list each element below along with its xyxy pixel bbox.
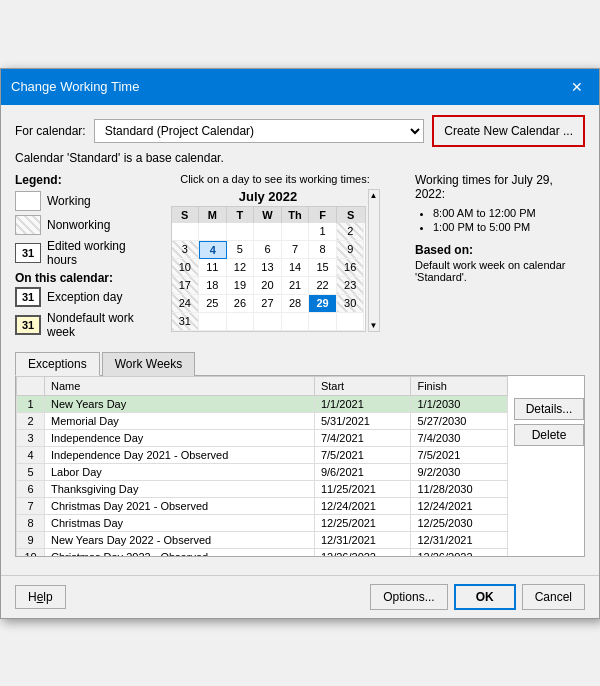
table-row[interactable]: 1New Years Day1/1/20211/1/2030	[17, 395, 508, 412]
legend-nondefault: 31 Nondefault work week	[15, 311, 135, 339]
row-num: 9	[17, 531, 45, 548]
cal-cell-3[interactable]: 3	[172, 241, 200, 259]
cal-cell-14[interactable]: 14	[282, 259, 310, 277]
row-finish: 5/27/2030	[411, 412, 508, 429]
legend-panel: Legend: Working Nonworking 31 Edited wor…	[15, 173, 135, 343]
cal-cell-29[interactable]: 29	[309, 295, 337, 313]
cal-cell-12[interactable]: 12	[227, 259, 255, 277]
legend-nonworking: Nonworking	[15, 215, 135, 235]
delete-button[interactable]: Delete	[514, 424, 584, 446]
calendar-scrollbar[interactable]: ▲ ▼	[368, 189, 380, 332]
cancel-button[interactable]: Cancel	[522, 584, 585, 610]
col-name: Name	[45, 376, 315, 395]
legend-working-box	[15, 191, 41, 211]
cal-cell-30[interactable]: 30	[337, 295, 365, 313]
working-time-1: 8:00 AM to 12:00 PM	[433, 207, 585, 219]
cal-cell-22[interactable]: 22	[309, 277, 337, 295]
cal-cell-24[interactable]: 24	[172, 295, 200, 313]
row-finish: 12/25/2030	[411, 514, 508, 531]
cal-cell-10[interactable]: 10	[172, 259, 200, 277]
cal-cell-4[interactable]: 4	[199, 241, 227, 259]
cal-cell-20[interactable]: 20	[254, 277, 282, 295]
cal-cell-6[interactable]: 6	[254, 241, 282, 259]
tab-exceptions[interactable]: Exceptions	[15, 352, 100, 376]
cal-cell-empty	[254, 313, 282, 331]
table-row[interactable]: 5Labor Day9/6/20219/2/2030	[17, 463, 508, 480]
cal-cell-16[interactable]: 16	[337, 259, 365, 277]
cal-cell-19[interactable]: 19	[227, 277, 255, 295]
row-num: 7	[17, 497, 45, 514]
row-num: 10	[17, 548, 45, 556]
exceptions-table: Name Start Finish 1New Years Day1/1/2021…	[16, 376, 508, 556]
row-num: 4	[17, 446, 45, 463]
table-header-row: Name Start Finish	[17, 376, 508, 395]
scroll-up-button[interactable]: ▲	[370, 191, 378, 200]
cal-cell-25[interactable]: 25	[199, 295, 227, 313]
ok-button[interactable]: OK	[454, 584, 516, 610]
table-row[interactable]: 4Independence Day 2021 - Observed7/5/202…	[17, 446, 508, 463]
help-button[interactable]: Help	[15, 585, 66, 609]
calendar-header: July 2022 S M T W Th F S	[143, 189, 407, 332]
exceptions-tbody: 1New Years Day1/1/20211/1/20302Memorial …	[17, 395, 508, 556]
table-row[interactable]: 7Christmas Day 2021 - Observed12/24/2021…	[17, 497, 508, 514]
table-row[interactable]: 2Memorial Day5/31/20215/27/2030	[17, 412, 508, 429]
legend-exception: 31 Exception day	[15, 287, 135, 307]
cal-cell-empty	[172, 223, 200, 241]
cal-cell-9[interactable]: 9	[337, 241, 365, 259]
cal-cell-7[interactable]: 7	[282, 241, 310, 259]
cal-cell-18[interactable]: 18	[199, 277, 227, 295]
row-start: 7/4/2021	[314, 429, 411, 446]
bottom-right-buttons: Options... OK Cancel	[370, 584, 585, 610]
col-num	[17, 376, 45, 395]
table-row[interactable]: 6Thanksgiving Day11/25/202111/28/2030	[17, 480, 508, 497]
cal-cell-15[interactable]: 15	[309, 259, 337, 277]
row-name: Thanksgiving Day	[45, 480, 315, 497]
change-working-time-dialog: Change Working Time ✕ For calendar: Stan…	[0, 68, 600, 619]
table-row[interactable]: 10Christmas Day 2022 - Observed12/26/202…	[17, 548, 508, 556]
legend-title: Legend:	[15, 173, 135, 187]
cal-cell-1[interactable]: 1	[309, 223, 337, 241]
cal-cell-26[interactable]: 26	[227, 295, 255, 313]
day-header-sat: S	[337, 207, 365, 223]
cal-cell-8[interactable]: 8	[309, 241, 337, 259]
row-name: Independence Day	[45, 429, 315, 446]
row-name: Memorial Day	[45, 412, 315, 429]
cal-cell-27[interactable]: 27	[254, 295, 282, 313]
calendar-select[interactable]: Standard (Project Calendar)Night Shift24…	[94, 119, 425, 143]
cal-cell-2[interactable]: 2	[337, 223, 365, 241]
row-name: Christmas Day 2021 - Observed	[45, 497, 315, 514]
exceptions-table-wrapper[interactable]: Name Start Finish 1New Years Day1/1/2021…	[16, 376, 508, 556]
cal-cell-empty	[337, 313, 365, 331]
cal-cell-13[interactable]: 13	[254, 259, 282, 277]
legend-edited: 31 Edited working hours	[15, 239, 135, 267]
table-row[interactable]: 3Independence Day7/4/20217/4/2030	[17, 429, 508, 446]
table-row[interactable]: 8Christmas Day12/25/202112/25/2030	[17, 514, 508, 531]
cal-cell-5[interactable]: 5	[227, 241, 255, 259]
row-finish: 12/24/2021	[411, 497, 508, 514]
row-finish: 7/4/2030	[411, 429, 508, 446]
cal-cell-empty	[227, 313, 255, 331]
legend-edited-label: Edited working hours	[47, 239, 135, 267]
row-name: Christmas Day 2022 - Observed	[45, 548, 315, 556]
create-new-calendar-button[interactable]: Create New Calendar ...	[432, 115, 585, 147]
cal-cell-21[interactable]: 21	[282, 277, 310, 295]
cal-cell-11[interactable]: 11	[199, 259, 227, 277]
cal-cell-17[interactable]: 17	[172, 277, 200, 295]
options-button[interactable]: Options...	[370, 584, 447, 610]
legend-nondefault-box: 31	[15, 315, 41, 335]
row-finish: 12/31/2021	[411, 531, 508, 548]
cal-cell-23[interactable]: 23	[337, 277, 365, 295]
table-row[interactable]: 9New Years Day 2022 - Observed12/31/2021…	[17, 531, 508, 548]
legend-nonworking-label: Nonworking	[47, 218, 110, 232]
day-header-mon: M	[199, 207, 227, 223]
close-button[interactable]: ✕	[565, 75, 589, 99]
row-finish: 7/5/2021	[411, 446, 508, 463]
cal-cell-28[interactable]: 28	[282, 295, 310, 313]
legend-nonworking-box	[15, 215, 41, 235]
scroll-down-button[interactable]: ▼	[370, 321, 378, 330]
tab-work-weeks[interactable]: Work Weeks	[102, 352, 196, 376]
details-button[interactable]: Details...	[514, 398, 584, 420]
row-start: 5/31/2021	[314, 412, 411, 429]
row-name: Independence Day 2021 - Observed	[45, 446, 315, 463]
cal-cell-31[interactable]: 31	[172, 313, 200, 331]
